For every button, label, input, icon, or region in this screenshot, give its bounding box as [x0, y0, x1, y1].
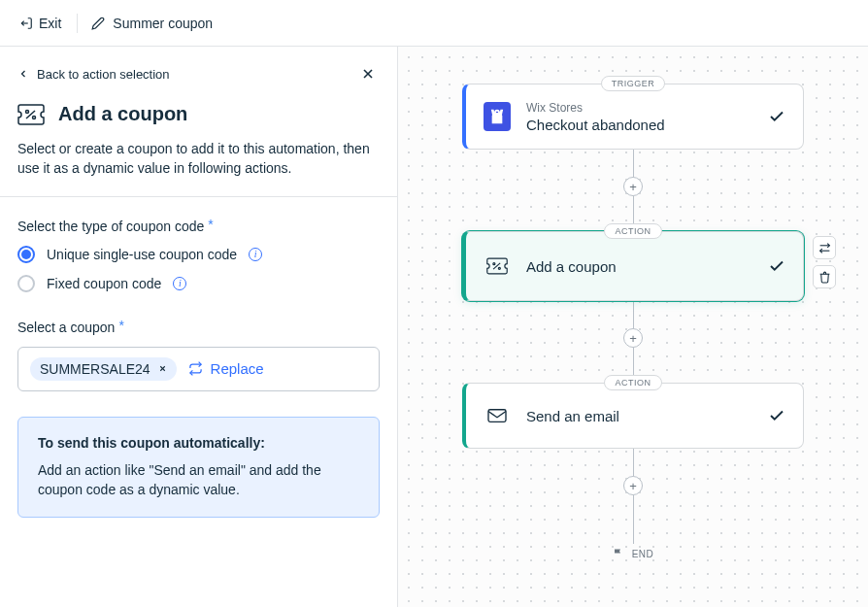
svg-point-3 — [26, 110, 29, 113]
svg-point-10 — [498, 267, 500, 269]
action-node-add-coupon[interactable]: Add a coupon — [462, 231, 804, 301]
coupon-icon — [486, 257, 508, 275]
delete-action-button[interactable] — [813, 265, 836, 288]
coupon-select-box[interactable]: SUMMERSALE24 Replace — [17, 347, 380, 391]
coupon-chip: SUMMERSALE24 — [30, 357, 177, 381]
svg-line-11 — [493, 263, 500, 269]
mail-icon — [486, 407, 508, 424]
svg-rect-8 — [492, 114, 501, 122]
connector — [633, 196, 634, 223]
exit-icon — [19, 17, 33, 30]
add-step-button[interactable]: + — [623, 328, 643, 348]
end-marker: END — [613, 548, 654, 559]
add-step-button[interactable]: + — [623, 177, 643, 196]
automation-title: Summer coupon — [113, 16, 213, 31]
radio-label: Unique single-use coupon code — [47, 247, 237, 262]
replace-label: Replace — [211, 360, 264, 377]
exit-label: Exit — [39, 16, 61, 31]
radio-input[interactable] — [17, 275, 35, 292]
action-title: Add a coupon — [526, 258, 768, 275]
coupon-chip-label: SUMMERSALE24 — [40, 361, 150, 377]
info-callout: To send this coupon automatically: Add a… — [17, 417, 380, 519]
info-icon[interactable]: i — [173, 277, 186, 290]
check-icon — [768, 257, 785, 275]
callout-title: To send this coupon automatically: — [38, 435, 359, 451]
svg-line-5 — [26, 111, 35, 118]
trigger-node[interactable]: Wix Stores Checkout abandoned — [462, 84, 804, 150]
connector — [633, 301, 634, 328]
check-icon — [768, 407, 785, 424]
svg-point-9 — [493, 263, 495, 265]
action-pill: ACTION — [604, 375, 661, 390]
svg-rect-14 — [488, 410, 506, 422]
select-coupon-label: Select a coupon* — [17, 320, 380, 335]
left-panel: Back to action selection Add a coupon Se… — [0, 47, 398, 607]
back-button[interactable]: Back to action selection — [17, 63, 170, 85]
trigger-title: Checkout abandoned — [526, 117, 768, 133]
swap-action-button[interactable] — [813, 236, 836, 259]
connector — [633, 348, 634, 375]
callout-body: Add an action like "Send an email" and a… — [38, 460, 359, 500]
connector — [633, 449, 634, 476]
connector — [633, 150, 634, 177]
panel-title: Add a coupon — [58, 103, 187, 125]
action-node-send-email[interactable]: Send an email — [462, 383, 804, 449]
remove-coupon-button[interactable] — [158, 364, 167, 373]
radio-fixed-code[interactable]: Fixed coupon code i — [17, 275, 380, 292]
chevron-left-icon — [17, 68, 29, 80]
swap-icon — [818, 242, 831, 254]
close-icon — [158, 364, 167, 373]
connector — [633, 495, 634, 544]
radio-input[interactable] — [17, 246, 35, 263]
close-icon — [360, 66, 376, 82]
flag-icon — [613, 548, 624, 559]
close-button[interactable] — [356, 62, 380, 85]
action-pill: ACTION — [604, 223, 661, 239]
info-icon[interactable]: i — [249, 248, 262, 261]
replace-icon — [188, 361, 203, 376]
radio-label: Fixed coupon code — [47, 276, 161, 291]
trash-icon — [818, 271, 831, 284]
topbar: Exit Summer coupon — [0, 0, 868, 47]
action-title: Send an email — [526, 408, 768, 424]
automation-title-wrap[interactable]: Summer coupon — [91, 16, 213, 31]
pencil-icon — [91, 17, 105, 30]
trigger-pill: TRIGGER — [601, 76, 666, 91]
coupon-icon — [17, 104, 45, 125]
add-step-button[interactable]: + — [623, 476, 643, 495]
trigger-subtitle: Wix Stores — [526, 101, 768, 115]
panel-description: Select or create a coupon to add it to t… — [0, 139, 397, 196]
replace-button[interactable]: Replace — [188, 360, 264, 377]
store-icon — [484, 102, 511, 131]
radio-unique-code[interactable]: Unique single-use coupon code i — [17, 246, 380, 263]
svg-point-4 — [33, 116, 36, 118]
check-icon — [768, 108, 785, 125]
flow-canvas[interactable]: TRIGGER Wix Stores Checkout abandoned + — [398, 47, 868, 607]
end-label: END — [632, 549, 654, 559]
exit-button[interactable]: Exit — [17, 12, 63, 35]
divider — [77, 14, 78, 33]
coupon-type-label: Select the type of coupon code* — [17, 219, 380, 234]
back-label: Back to action selection — [37, 67, 170, 82]
